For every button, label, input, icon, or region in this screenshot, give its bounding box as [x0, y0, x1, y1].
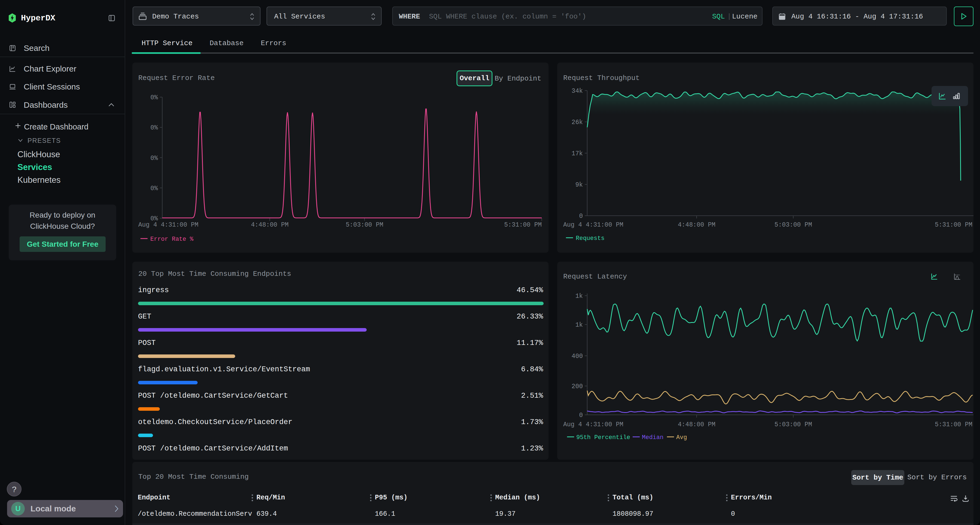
svg-text:5:03:00 PM: 5:03:00 PM — [775, 421, 812, 428]
svg-text:5:03:00 PM: 5:03:00 PM — [775, 221, 812, 228]
svg-text:5:31:00 PM: 5:31:00 PM — [935, 421, 972, 428]
svg-text:0: 0 — [579, 412, 583, 419]
svg-text:Aug 4 4:31:00 PM: Aug 4 4:31:00 PM — [563, 221, 624, 228]
svg-text:Aug 4 4:31:00 PM: Aug 4 4:31:00 PM — [563, 421, 624, 428]
svg-text:34k: 34k — [572, 87, 583, 95]
svg-text:Avg: Avg — [676, 434, 687, 441]
svg-text:0%: 0% — [150, 94, 158, 101]
svg-text:4:48:00 PM: 4:48:00 PM — [678, 221, 715, 228]
svg-text:17k: 17k — [572, 150, 583, 157]
svg-text:0%: 0% — [150, 124, 158, 132]
svg-text:26k: 26k — [572, 119, 583, 126]
svg-text:400: 400 — [572, 353, 583, 360]
svg-text:Aug 4 4:31:00 PM: Aug 4 4:31:00 PM — [138, 221, 199, 228]
svg-text:4:48:00 PM: 4:48:00 PM — [678, 421, 715, 428]
svg-text:0: 0 — [579, 213, 583, 220]
svg-text:5:31:00 PM: 5:31:00 PM — [935, 221, 972, 228]
svg-text:1k: 1k — [575, 293, 583, 300]
svg-text:Requests: Requests — [576, 235, 605, 242]
svg-text:95th Percentile: 95th Percentile — [576, 434, 630, 441]
svg-text:1k: 1k — [575, 322, 583, 328]
svg-text:0%: 0% — [150, 155, 158, 162]
svg-text:5:03:00 PM: 5:03:00 PM — [346, 221, 383, 228]
svg-text:Error Rate %: Error Rate % — [150, 236, 194, 243]
svg-text:9k: 9k — [575, 181, 583, 189]
svg-text:4:48:00 PM: 4:48:00 PM — [251, 221, 288, 228]
svg-text:5:31:00 PM: 5:31:00 PM — [504, 221, 542, 228]
svg-text:0%: 0% — [150, 185, 158, 192]
svg-text:Median: Median — [642, 434, 663, 441]
svg-text:200: 200 — [572, 383, 583, 390]
